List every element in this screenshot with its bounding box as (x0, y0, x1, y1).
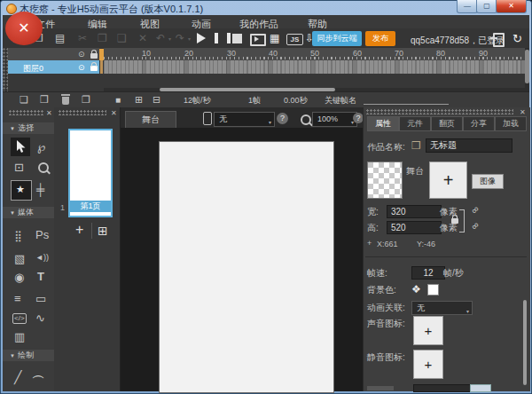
sync-to-cloud-button[interactable]: 同步到云端 (312, 31, 362, 46)
height-input[interactable]: 520 (387, 221, 442, 234)
duplicate-page-button[interactable]: ⊞ (98, 224, 108, 238)
redo-caret-icon[interactable]: ▾ (188, 36, 191, 42)
width-input[interactable]: 320 (387, 205, 442, 218)
undo-caret-icon[interactable]: ▾ (168, 36, 171, 42)
ruler-ticks (104, 57, 525, 59)
refresh-icon[interactable]: ↻ (512, 33, 522, 44)
frame-folder-icon[interactable]: ❒ (40, 95, 49, 105)
cut-icon[interactable]: ✂ (78, 33, 87, 43)
zoom-tool-icon[interactable] (38, 162, 49, 173)
work-folder-icon[interactable]: ❒ (411, 140, 421, 151)
stage-image-add-button[interactable]: + (429, 162, 467, 199)
filmstrip-tool-icon[interactable]: ▥ (14, 331, 25, 343)
tools-close-icon[interactable]: ✕ (46, 110, 52, 117)
keyframe-name-input[interactable] (364, 96, 449, 105)
copy-frame-icon[interactable]: ❐ (82, 95, 90, 105)
maximize-button[interactable]: ▢ (476, 0, 497, 13)
tab-pageflip[interactable]: 翻页 (431, 116, 463, 131)
add-page-button[interactable]: + (75, 222, 83, 238)
fps-input[interactable]: 12 (411, 266, 445, 280)
line-tool-icon[interactable]: ╱ (14, 371, 21, 383)
annotation-close-badge[interactable]: ✕ (5, 12, 43, 45)
mute-icon-add-button[interactable]: + (413, 350, 443, 379)
tab-share[interactable]: 分享 (463, 116, 495, 131)
video-tool-icon[interactable]: ◉ (14, 272, 24, 283)
pause-icon[interactable] (215, 33, 231, 43)
play-icon[interactable] (197, 33, 206, 43)
paint-bucket-icon[interactable]: ❖ (411, 284, 421, 295)
layer-eye-icon[interactable]: ⊙ (78, 63, 85, 72)
properties-close-icon[interactable]: ✕ (520, 109, 526, 116)
minimize-button[interactable]: — (457, 0, 478, 13)
qr-code-icon[interactable]: ▦ (270, 33, 279, 43)
cutoff-row-button[interactable] (470, 384, 491, 392)
tools-section-draw[interactable]: ▼绘制 (3, 350, 54, 361)
board-tool-icon[interactable]: ▭ (35, 293, 46, 304)
logout-icon[interactable] (493, 33, 505, 47)
star-component-icon[interactable]: ★ (16, 185, 25, 194)
publish-button[interactable]: 发布 (365, 31, 395, 46)
bg-color-swatch[interactable] (427, 284, 439, 296)
stage-canvas[interactable] (159, 141, 334, 393)
page-thumbnail-label[interactable]: 第1页 (70, 201, 111, 212)
work-name-input[interactable]: 无标题 (426, 138, 512, 153)
save-icon[interactable]: ▤ (55, 33, 65, 43)
window-close-button[interactable]: ✕ (496, 0, 527, 13)
code-tool-icon[interactable]: </> (12, 313, 27, 324)
aspect-lock-icon[interactable] (451, 218, 458, 224)
image-tool-icon[interactable]: ▧ (14, 253, 25, 264)
properties-drag-handle[interactable] (366, 109, 513, 114)
zoom-select[interactable]: 100%▾ (312, 112, 357, 127)
text-tool-icon[interactable]: T (37, 271, 44, 282)
pages-close-icon[interactable]: ✕ (111, 110, 117, 117)
device-select[interactable]: 无▾ (214, 112, 275, 127)
layer-lock-icon[interactable] (90, 66, 98, 71)
tab-components[interactable]: 元件 (399, 116, 431, 131)
insert-keyframe-icon[interactable]: ⊞ (135, 95, 143, 105)
curve-tool-icon[interactable]: ( (34, 374, 45, 378)
photoshop-icon[interactable]: Ps (35, 229, 49, 240)
properties-scrollbar[interactable] (523, 300, 527, 385)
audio-tool-icon[interactable]: ◄)) (35, 254, 49, 262)
new-frame-icon[interactable]: ❏ (20, 95, 28, 105)
stage-color-swatch[interactable] (367, 162, 403, 199)
preview-icon[interactable] (250, 34, 266, 46)
cutoff-row-input[interactable] (413, 384, 475, 392)
tab-loading[interactable]: 加载 (495, 116, 527, 131)
tools-section-select[interactable]: ▼选择 (3, 122, 54, 134)
playhead[interactable] (99, 49, 104, 60)
delete-frame-icon[interactable] (62, 97, 69, 105)
guides-ruler-icon[interactable]: ╪ (36, 184, 44, 195)
sound-icon-add-button[interactable]: + (413, 316, 443, 345)
paste-icon[interactable]: ❑ (117, 33, 127, 43)
tools-drag-handle[interactable] (9, 110, 44, 115)
lasso-icon[interactable]: ℘ (37, 141, 45, 153)
layer-name[interactable]: 图层0 (23, 63, 43, 75)
delete-icon[interactable]: ✕ (138, 33, 147, 43)
all-layers-lock-icon[interactable] (90, 53, 98, 59)
stop-icon[interactable] (232, 34, 242, 43)
layer-row[interactable] (8, 60, 99, 74)
device-help-icon[interactable]: ? (277, 113, 288, 124)
copy-icon[interactable]: ❐ (98, 33, 107, 43)
transform-marquee-icon[interactable]: ⊡ (14, 162, 24, 173)
timeline-vscroll-thumb[interactable] (525, 50, 529, 83)
js-export-icon[interactable]: JS (286, 34, 303, 45)
undo-icon[interactable]: ↶ (156, 33, 165, 43)
chart-tool-icon[interactable]: ∿ (35, 312, 45, 324)
insert-frame-icon[interactable]: ■ (115, 96, 121, 105)
delete-keyframe-icon[interactable]: ⊟ (153, 95, 160, 105)
layer-frames-strip[interactable] (104, 60, 525, 74)
pages-drag-handle[interactable] (59, 110, 106, 115)
tools-section-media[interactable]: ▼媒体 (3, 207, 54, 218)
redo-icon[interactable]: ↷ (176, 33, 184, 43)
keyframe-name-label: 关键帧名 (325, 97, 356, 105)
stage-tab[interactable]: 舞台 (125, 111, 176, 129)
select-arrow-icon[interactable] (16, 140, 27, 154)
stage-image-button[interactable]: 图像 (472, 174, 504, 189)
anim-link-select[interactable]: 无▾ (411, 301, 473, 315)
paragraph-tool-icon[interactable]: ≡ (14, 293, 21, 304)
all-layers-eye-icon[interactable]: ⊙ (78, 51, 85, 59)
component-grid-icon[interactable]: ⣿ (14, 231, 22, 241)
tab-properties[interactable]: 属性 (367, 116, 399, 131)
